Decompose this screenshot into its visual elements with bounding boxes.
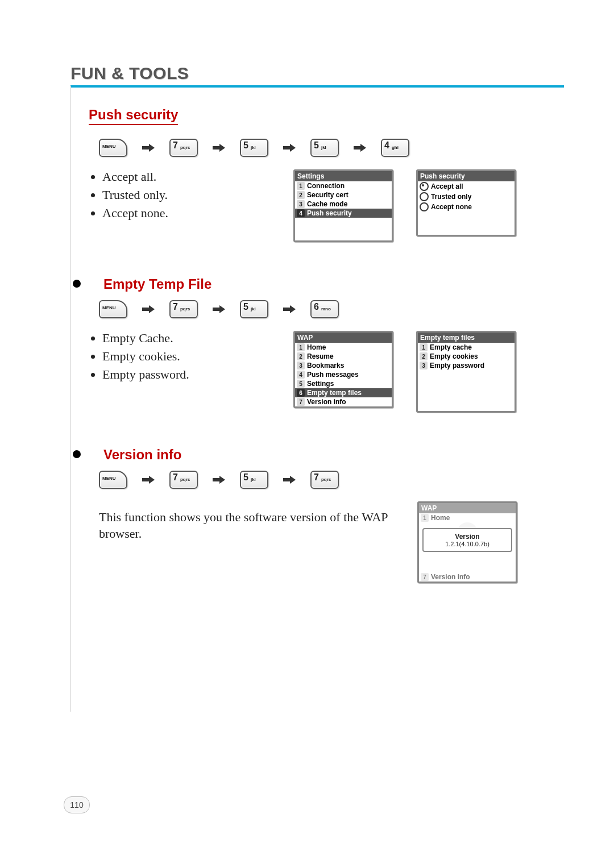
phone-screenshot-settings: Settings 1 Connection 2 Security cert 3 … — [293, 169, 393, 242]
section-version-info: Version info MENU 7pqrs 5jkl — [89, 447, 564, 583]
svg-marker-1 — [213, 144, 225, 152]
section-empty-temp-file: Empty Temp File MENU 7pqrs 5jkl — [89, 276, 564, 413]
bullet-list: Empty Cache. Empty cookies. Empty passwo… — [89, 331, 271, 385]
arrow-right-icon — [142, 144, 155, 152]
popup-title: Version — [427, 533, 508, 541]
arrow-right-icon — [283, 305, 296, 313]
key-menu: MENU — [99, 139, 127, 157]
svg-marker-2 — [283, 144, 296, 152]
bullet-item: Accept none. — [102, 206, 271, 221]
menu-item: 7 Version info — [419, 572, 516, 582]
radio-item: Accept all — [418, 181, 515, 192]
svg-marker-8 — [213, 476, 225, 484]
key-menu: MENU — [99, 471, 127, 489]
key-sequence-empty-temp: MENU 7pqrs 5jkl 6mno — [99, 300, 564, 318]
arrow-right-icon — [213, 305, 225, 313]
chapter-title: FUN & TOOLS — [70, 64, 564, 83]
key-7pqrs: 7pqrs — [169, 471, 198, 489]
menu-item-selected: 4 Push security — [295, 209, 392, 218]
body-text: This function shows you the software ver… — [99, 509, 395, 542]
menu-item: 2 Security cert — [295, 190, 392, 200]
heading-version-info: Version info — [103, 447, 564, 463]
svg-marker-4 — [142, 305, 155, 313]
menu-item-selected: 6 Empty temp files — [295, 388, 392, 397]
svg-marker-3 — [354, 144, 366, 152]
menu-item: 1 Home — [295, 343, 392, 352]
heading-push-security: Push security — [89, 107, 178, 125]
menu-item: 3 Bookmarks — [295, 361, 392, 370]
radio-item: Trusted only — [418, 192, 515, 202]
menu-item: 1 Connection — [295, 181, 392, 190]
menu-item: 3 Cache mode — [295, 200, 392, 209]
screenshot-title: Push security — [418, 171, 515, 181]
bullet-item: Trusted only. — [102, 188, 271, 202]
svg-marker-0 — [142, 144, 155, 152]
key-6mno: 6mno — [310, 300, 339, 318]
margin-rule — [70, 86, 71, 712]
key-sequence-version-info: MENU 7pqrs 5jkl 7pqrs — [99, 471, 564, 489]
arrow-right-icon — [283, 476, 296, 484]
key-menu: MENU — [99, 300, 127, 318]
phone-screenshot-push-security: Push security Accept all Trusted only Ac… — [416, 169, 516, 236]
arrow-right-icon — [283, 144, 296, 152]
bullet-item: Accept all. — [102, 169, 271, 184]
key-7pqrs: 7pqrs — [310, 471, 339, 489]
version-popup: Version 1.2.1(4.10.0.7b) — [422, 525, 512, 570]
svg-marker-5 — [213, 305, 225, 313]
svg-marker-6 — [283, 305, 296, 313]
bullet-item: Empty cookies. — [102, 349, 271, 364]
page-content: Push security MENU 7pqrs 5jkl — [89, 88, 564, 583]
arrow-right-icon — [213, 144, 225, 152]
bullet-item: Empty password. — [102, 367, 271, 382]
menu-item: 5 Settings — [295, 379, 392, 388]
key-5jkl: 5jkl — [310, 139, 339, 157]
arrow-right-icon — [213, 476, 225, 484]
menu-item: 4 Push messages — [295, 370, 392, 379]
key-sequence-push-security: MENU 7pqrs 5jkl 5jkl — [99, 139, 564, 157]
menu-item: 3 Empty password — [418, 361, 515, 370]
key-7pqrs: 7pqrs — [169, 300, 198, 318]
screenshot-title: Settings — [295, 171, 392, 181]
svg-marker-7 — [142, 476, 155, 484]
menu-item: 1 Empty cache — [418, 343, 515, 352]
radio-selected-icon — [420, 182, 429, 191]
key-5jkl: 5jkl — [240, 300, 268, 318]
menu-item: 7 Version info — [295, 397, 392, 406]
page-number: 110 — [64, 796, 90, 813]
phone-screenshot-empty-temp-files: Empty temp files 1 Empty cache 2 Empty c… — [416, 331, 516, 413]
key-5jkl: 5jkl — [240, 139, 268, 157]
screenshot-title: WAP — [419, 503, 516, 513]
key-7pqrs: 7pqrs — [169, 139, 198, 157]
bullet-item: Empty Cache. — [102, 331, 271, 346]
menu-item: 2 Resume — [295, 352, 392, 361]
radio-icon — [420, 192, 429, 201]
popup-value: 1.2.1(4.10.0.7b) — [427, 541, 508, 547]
phone-screenshot-version-info: WAP 1 Home Version 1.2.1(4.10.0.7b) 7 — [417, 501, 517, 583]
radio-icon — [420, 202, 429, 211]
svg-marker-9 — [283, 476, 296, 484]
arrow-right-icon — [142, 305, 155, 313]
manual-page: FUN & TOOLS Push security MENU 7pqrs — [55, 28, 564, 617]
phone-screenshot-wap: WAP 1 Home 2 Resume 3 Bookmarks 4 — [293, 331, 393, 408]
arrow-right-icon — [142, 476, 155, 484]
heading-empty-temp-file: Empty Temp File — [103, 276, 564, 292]
menu-item: 2 Empty cookies — [418, 352, 515, 361]
screenshot-title: WAP — [295, 333, 392, 343]
section-push-security: Push security MENU 7pqrs 5jkl — [89, 107, 564, 242]
radio-item: Accept none — [418, 202, 515, 212]
arrow-right-icon — [354, 144, 366, 152]
screenshot-title: Empty temp files — [418, 333, 515, 343]
key-4ghi: 4ghi — [381, 139, 409, 157]
bullet-list: Accept all. Trusted only. Accept none. — [89, 169, 271, 224]
menu-item: 1 Home — [419, 513, 516, 522]
key-5jkl: 5jkl — [240, 471, 268, 489]
